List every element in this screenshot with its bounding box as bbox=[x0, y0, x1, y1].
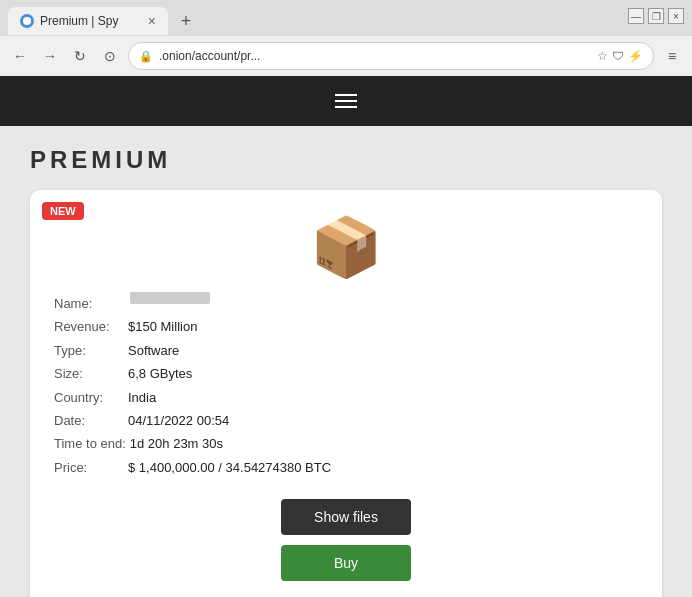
show-files-button[interactable]: Show files bbox=[281, 499, 411, 535]
type-row: Type: Software bbox=[54, 339, 638, 362]
time-to-end-row: Time to end: 1d 20h 23m 30s bbox=[54, 432, 638, 455]
card-icon: 📦 bbox=[54, 218, 638, 276]
restore-button[interactable]: ❐ bbox=[648, 8, 664, 24]
country-row: Country: India bbox=[54, 386, 638, 409]
page-title: PREMIUM bbox=[30, 146, 662, 174]
hamburger-line-1 bbox=[335, 94, 357, 96]
hamburger-menu[interactable] bbox=[329, 88, 363, 114]
address-icons: ☆ 🛡 ⚡ bbox=[597, 49, 643, 63]
tab-bar: Premium | Spy × + — ❐ × bbox=[0, 0, 692, 36]
browser-controls: ← → ↻ ⊙ 🔒 .onion/account/pr... ☆ 🛡 ⚡ ≡ bbox=[0, 36, 692, 76]
forward-button[interactable]: → bbox=[38, 44, 62, 68]
main-content: PREMIUM NEW 📦 Name: Revenue: $150 bbox=[0, 126, 692, 597]
new-badge: NEW bbox=[42, 202, 84, 220]
listing-card: NEW 📦 Name: Revenue: $150 Million bbox=[30, 190, 662, 597]
date-row: Date: 04/11/2022 00:54 bbox=[54, 409, 638, 432]
name-value-blurred bbox=[130, 292, 210, 304]
buy-button[interactable]: Buy bbox=[281, 545, 411, 581]
card-actions: Show files Buy bbox=[54, 499, 638, 581]
time-value: 1d 20h 23m 30s bbox=[130, 432, 223, 455]
date-label: Date: bbox=[54, 409, 124, 432]
extension-icon[interactable]: ⚡ bbox=[628, 49, 643, 63]
shield-icon[interactable]: 🛡 bbox=[612, 49, 624, 63]
browser-menu-button[interactable]: ≡ bbox=[660, 44, 684, 68]
new-tab-button[interactable]: + bbox=[172, 7, 200, 35]
type-label: Type: bbox=[54, 339, 124, 362]
size-value: 6,8 GBytes bbox=[128, 362, 192, 385]
name-row: Name: bbox=[54, 292, 638, 315]
date-value: 04/11/2022 00:54 bbox=[128, 409, 229, 432]
window-controls: — ❐ × bbox=[628, 8, 684, 24]
back-button[interactable]: ← bbox=[8, 44, 32, 68]
time-label: Time to end: bbox=[54, 432, 126, 455]
type-value: Software bbox=[128, 339, 179, 362]
price-value: $ 1,400,000.00 / 34.54274380 BTC bbox=[128, 456, 331, 479]
address-bar[interactable]: 🔒 .onion/account/pr... ☆ 🛡 ⚡ bbox=[128, 42, 654, 70]
country-value: India bbox=[128, 386, 156, 409]
country-label: Country: bbox=[54, 386, 124, 409]
active-tab[interactable]: Premium | Spy × bbox=[8, 7, 168, 35]
size-label: Size: bbox=[54, 362, 124, 385]
bookmark-icon[interactable]: ☆ bbox=[597, 49, 608, 63]
tab-favicon bbox=[20, 14, 34, 28]
hamburger-line-3 bbox=[335, 106, 357, 108]
refresh-button[interactable]: ↻ bbox=[68, 44, 92, 68]
card-details: Name: Revenue: $150 Million Type: Softwa… bbox=[54, 292, 638, 479]
price-label: Price: bbox=[54, 456, 124, 479]
home-button[interactable]: ⊙ bbox=[98, 44, 122, 68]
tab-title: Premium | Spy bbox=[40, 14, 142, 28]
address-text: .onion/account/pr... bbox=[159, 49, 591, 63]
revenue-value: $150 Million bbox=[128, 315, 197, 338]
site-navbar bbox=[0, 76, 692, 126]
minimize-button[interactable]: — bbox=[628, 8, 644, 24]
lock-icon: 🔒 bbox=[139, 50, 153, 63]
revenue-label: Revenue: bbox=[54, 315, 124, 338]
page-content: PREMIUM NEW 📦 Name: Revenue: $150 bbox=[0, 76, 692, 597]
browser-menu-icons: ≡ bbox=[660, 44, 684, 68]
tab-close-button[interactable]: × bbox=[148, 14, 156, 28]
price-row: Price: $ 1,400,000.00 / 34.54274380 BTC bbox=[54, 456, 638, 479]
size-row: Size: 6,8 GBytes bbox=[54, 362, 638, 385]
name-label: Name: bbox=[54, 292, 124, 315]
revenue-row: Revenue: $150 Million bbox=[54, 315, 638, 338]
hamburger-line-2 bbox=[335, 100, 357, 102]
close-window-button[interactable]: × bbox=[668, 8, 684, 24]
